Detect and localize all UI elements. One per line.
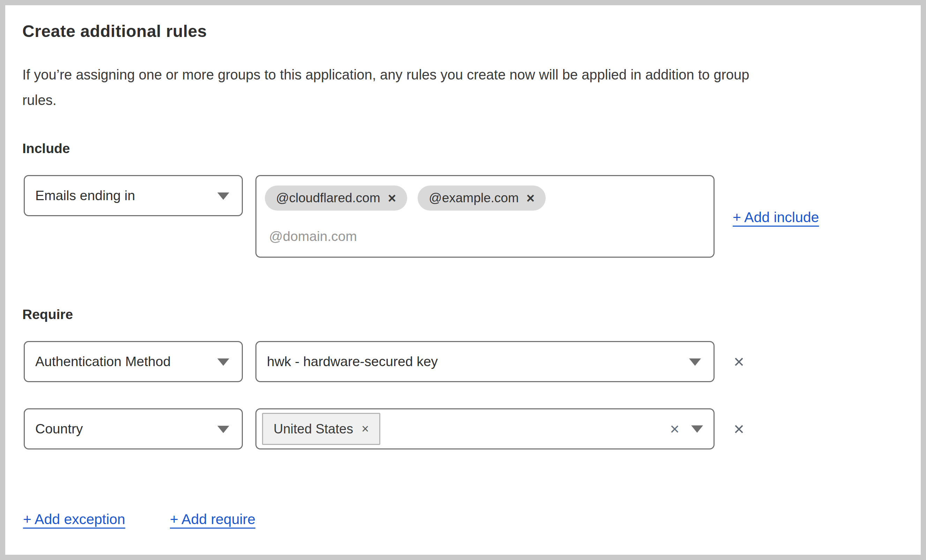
add-include-link[interactable]: + Add include	[733, 209, 819, 226]
chevron-down-icon	[217, 426, 229, 433]
remove-chip-icon[interactable]: ×	[527, 191, 534, 205]
multiselect-controls: ×	[670, 409, 703, 448]
include-rule-type-dropdown[interactable]: Emails ending in	[24, 175, 243, 216]
description-line-1: If you’re assigning one or more groups t…	[22, 67, 749, 83]
email-chip-cloudflared: @cloudflared.com ×	[265, 186, 407, 211]
remove-country-rule-button[interactable]: ×	[730, 408, 748, 450]
require-rule-type-dropdown-auth[interactable]: Authentication Method	[24, 341, 243, 382]
chevron-down-icon	[689, 358, 701, 366]
remove-auth-rule-button[interactable]: ×	[730, 341, 748, 382]
email-domains-tag-box: @cloudflared.com × @example.com ×	[256, 175, 714, 258]
require-rule-type-dropdown-country[interactable]: Country	[24, 408, 243, 450]
create-additional-rules-panel: Create additional rules If you’re assign…	[0, 0, 926, 560]
page-title: Create additional rules	[22, 22, 207, 41]
email-chip-list: @cloudflared.com × @example.com ×	[265, 186, 546, 211]
country-chip-united-states: United States ×	[262, 413, 380, 445]
clear-selection-icon[interactable]: ×	[670, 421, 679, 437]
email-chip-label: @cloudflared.com	[276, 191, 380, 205]
include-rule-type-value: Emails ending in	[35, 188, 135, 203]
country-chip-label: United States	[274, 421, 353, 436]
country-multiselect[interactable]: United States × ×	[256, 408, 714, 450]
chevron-down-icon	[217, 192, 229, 200]
auth-method-value: hwk - hardware-secured key	[267, 354, 438, 369]
email-chip-label: @example.com	[429, 191, 519, 205]
chevron-down-icon	[691, 426, 703, 433]
email-domain-input[interactable]	[268, 228, 584, 245]
require-section-label: Require	[22, 307, 73, 322]
email-chip-example: @example.com ×	[418, 186, 546, 211]
remove-chip-icon[interactable]: ×	[388, 191, 396, 205]
description-line-2: rules.	[22, 92, 56, 108]
include-section-label: Include	[22, 141, 70, 156]
add-exception-link[interactable]: + Add exception	[23, 511, 125, 528]
add-require-link[interactable]: + Add require	[170, 511, 256, 528]
chevron-down-icon	[217, 358, 229, 366]
auth-method-value-dropdown[interactable]: hwk - hardware-secured key	[256, 341, 714, 382]
require-rule-type-value: Country	[35, 421, 83, 436]
require-rule-type-value: Authentication Method	[35, 354, 171, 369]
remove-chip-icon[interactable]: ×	[362, 423, 369, 435]
panel-border	[0, 0, 926, 560]
